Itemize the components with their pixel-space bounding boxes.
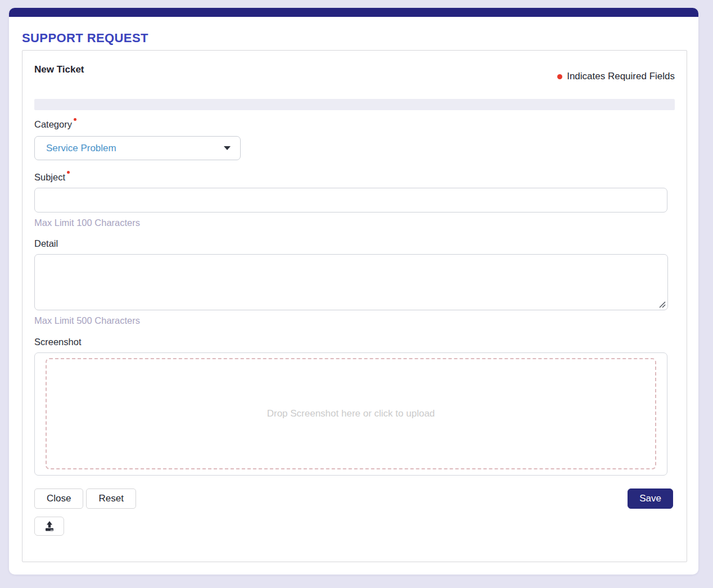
subject-label: Subject	[34, 172, 70, 183]
category-label: Category	[34, 119, 76, 130]
reset-button[interactable]: Reset	[86, 489, 136, 509]
save-button[interactable]: Save	[628, 489, 673, 509]
divider-bar	[34, 99, 675, 110]
detail-textarea-wrap	[34, 254, 668, 310]
chevron-down-icon	[224, 146, 231, 150]
top-navy-strip	[9, 8, 698, 17]
detail-textarea[interactable]	[34, 254, 668, 310]
close-button[interactable]: Close	[34, 489, 83, 509]
required-dot-icon	[557, 74, 562, 79]
upload-icon	[43, 521, 56, 532]
category-select[interactable]: Service Problem	[34, 136, 241, 160]
detail-label: Detail	[34, 238, 58, 249]
dropzone-placeholder-text: Drop Screenshot here or click to upload	[267, 408, 435, 419]
card-header: New Ticket Indicates Required Fields	[34, 64, 675, 82]
page-title: SUPPORT REQUEST	[22, 31, 698, 46]
detail-hint: Max Limit 500 Characters	[34, 315, 675, 326]
required-note-text: Indicates Required Fields	[567, 71, 675, 82]
required-dot-icon	[74, 118, 76, 121]
category-selected-value: Service Problem	[46, 143, 116, 154]
screenshot-dropzone[interactable]: Drop Screenshot here or click to upload	[34, 352, 667, 476]
subject-input[interactable]	[34, 188, 667, 212]
required-dot-icon	[67, 171, 70, 174]
required-fields-note: Indicates Required Fields	[557, 71, 675, 82]
screenshot-dropzone-dashed-area: Drop Screenshot here or click to upload	[46, 358, 656, 469]
card-heading: New Ticket	[34, 64, 84, 75]
resize-handle-icon[interactable]	[658, 300, 666, 308]
actions-row: Close Reset Save	[34, 489, 675, 509]
screenshot-label: Screenshot	[34, 337, 81, 347]
upload-button[interactable]	[34, 517, 64, 536]
page-container: SUPPORT REQUEST New Ticket Indicates Req…	[9, 8, 698, 575]
new-ticket-card: New Ticket Indicates Required Fields Cat…	[22, 50, 687, 562]
subject-hint: Max Limit 100 Characters	[34, 218, 675, 228]
